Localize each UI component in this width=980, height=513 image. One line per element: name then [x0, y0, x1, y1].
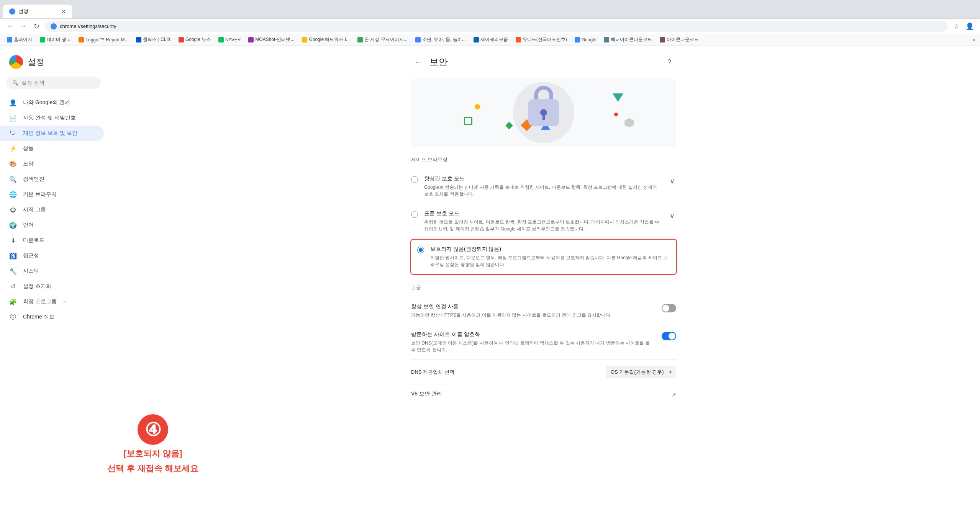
sidebar-item-label: 나와 Google의 관계 — [23, 99, 70, 106]
bookmark-clix[interactable]: 클릭스 | CLIX — [134, 36, 173, 44]
sidebar-item-startup[interactable]: ⏻ 시작 그룹 — [0, 202, 104, 217]
bookmark-moashot[interactable]: MOAShot-인터넷... — [246, 36, 297, 44]
dns-encryption-desc: 보안 DNS(도메인 이름 시스템)를 사용하여 내 인터넷 트래픽에 액세스할… — [411, 340, 652, 353]
bookmark-google[interactable]: Google — [572, 36, 599, 43]
bookmark-label: 벡터아이콘다운로드 — [611, 36, 652, 43]
standard-expand-button[interactable]: ∨ — [668, 210, 676, 222]
bookmark-naver[interactable]: NAVER — [216, 36, 243, 43]
refresh-button[interactable]: ↻ — [31, 21, 42, 32]
sidebar-item-extensions[interactable]: 🧩 확장 프로그램 ↗ — [0, 294, 104, 309]
https-toggle-content: 항상 보안 연결 사용 가능하면 항상 HTTPS를 사용하고 이를 지원하지 … — [411, 303, 652, 319]
bookmark-label: 아이콘다운로드 — [667, 36, 699, 43]
sidebar-item-accessibility[interactable]: ♿ 접근성 — [0, 248, 104, 263]
https-toggle-title: 항상 보안 연결 사용 — [411, 303, 652, 310]
forward-button[interactable]: → — [18, 21, 29, 32]
bookmark-logger[interactable]: Logger™ Report M... — [76, 36, 131, 43]
tab-close-button[interactable]: ✕ — [61, 8, 66, 15]
sidebar-item-reset[interactable]: ↺ 설정 초기화 — [0, 279, 104, 294]
v8-external-link-icon[interactable]: ↗ — [672, 392, 676, 398]
bookmark-unid[interactable]: 유니드(전국대표번호) — [513, 36, 569, 44]
sidebar-item-google-account[interactable]: 👤 나와 Google의 관계 — [0, 95, 104, 110]
sidebar-item-label: Chrome 정보 — [23, 314, 54, 320]
standard-protection-option: 표준 보호 모드 위험한 것으로 알려진 사이트, 다운로드 항목, 확장 프로… — [411, 204, 676, 239]
no-protection-option: 보호되지 않음(권장되지 않음) 위험한 웹사이트, 다운로드 항목, 확장 프… — [410, 239, 677, 275]
bookmark-naver-ad[interactable]: 네이버 광고 — [38, 36, 73, 44]
bookmark-icon — [179, 37, 184, 42]
bookmark-label: 홈페이지 — [14, 36, 32, 43]
page-title: 보안 — [429, 56, 448, 68]
bookmark-google-ads[interactable]: Google 애드워즈 I... — [300, 36, 352, 44]
bookmark-google-news[interactable]: Google 뉴스 — [176, 36, 213, 44]
https-toggle-switch[interactable] — [662, 304, 676, 312]
bookmarks-more[interactable]: » — [973, 37, 975, 42]
sidebar-item-downloads[interactable]: ⬇ 다운로드 — [0, 233, 104, 248]
enhanced-radio-input[interactable] — [411, 176, 418, 183]
bookmark-free-img[interactable]: 온 세상 무료이미지... — [355, 36, 410, 44]
sidebar-item-language[interactable]: 🌍 언어 — [0, 217, 104, 233]
https-toggle-desc: 가능하면 항상 HTTPS를 사용하고 이를 지원하지 않는 사이트를 로드하기… — [411, 312, 652, 319]
content-panel: ← 보안 ? — [402, 46, 685, 414]
palette-icon: 🎨 — [9, 160, 17, 168]
enhanced-protection-option: 향상된 보호 모드 Google로 전송되는 인터넷 사용 기록을 토대로 위험… — [411, 169, 676, 204]
bookmark-icon — [248, 37, 254, 42]
settings-search-bar[interactable]: 🔍 — [6, 77, 101, 89]
enhanced-expand-button[interactable]: ∨ — [668, 175, 676, 187]
address-text: chrome://settings/security — [60, 23, 116, 29]
yellow-dot-shape — [475, 104, 480, 109]
bookmark-label: Google 애드워즈 I... — [309, 36, 350, 43]
bookmark-homepage[interactable]: 홈페이지 — [5, 36, 34, 44]
lock-keyhole — [540, 109, 547, 116]
active-tab[interactable]: 설정 ✕ — [3, 5, 72, 18]
bookmark-icon — [218, 37, 224, 42]
browser-icon: 🌐 — [9, 191, 17, 198]
bookmark-button[interactable]: ☆ — [951, 21, 962, 32]
bookmark-jquery[interactable]: 제이쿼리모음 — [471, 36, 510, 44]
sidebar-item-privacy[interactable]: 🛡 개인 정보 보호 및 보안 — [0, 126, 104, 141]
sidebar-item-autofill[interactable]: 📄 자동 완성 및 비밀번호 — [0, 110, 104, 126]
standard-option-desc: 위험한 것으로 알려진 사이트, 다운로드 항목, 확장 프로그램으로부터 보호… — [424, 219, 662, 232]
bookmark-label: 유니드(전국대표번호) — [523, 36, 567, 43]
bookmark-kids[interactable]: 소년, 유아, 물, 놀이... — [413, 36, 468, 44]
standard-radio-input[interactable] — [411, 211, 418, 218]
address-favicon — [51, 23, 57, 29]
profile-button[interactable]: 👤 — [964, 21, 975, 32]
sidebar-item-about-chrome[interactable]: ⓒ Chrome 정보 — [0, 309, 104, 325]
dns-encryption-toggle-switch[interactable] — [662, 332, 676, 340]
advanced-label: 고급 — [411, 284, 676, 291]
bookmark-label: 네이버 광고 — [47, 36, 71, 43]
sidebar-item-label: 다운로드 — [23, 237, 44, 244]
no-protection-radio-input[interactable] — [417, 247, 424, 253]
bookmark-label: MOAShot-인터넷... — [255, 36, 294, 43]
sidebar-item-system[interactable]: 🔧 시스템 — [0, 263, 104, 279]
tab-favicon — [9, 8, 15, 15]
sidebar-item-default-browser[interactable]: 🌐 기본 브라우저 — [0, 187, 104, 202]
lock-illustration — [528, 99, 559, 126]
address-bar[interactable]: chrome://settings/security — [45, 21, 948, 32]
security-header: ← 보안 ? — [411, 55, 676, 69]
dns-select-wrapper: OS 기본값(가능한 경우) — [606, 366, 676, 378]
bookmark-vector-icons[interactable]: 벡터아이콘다운로드 — [601, 36, 654, 44]
sidebar-item-search-engine[interactable]: 🔍 검색엔진 — [0, 172, 104, 187]
settings-search-input[interactable] — [21, 80, 95, 86]
standard-option-content: 표준 보호 모드 위험한 것으로 알려진 사이트, 다운로드 항목, 확장 프로… — [424, 210, 662, 232]
back-button[interactable]: ← — [5, 21, 16, 32]
sidebar-item-performance[interactable]: ⚡ 성능 — [0, 141, 104, 156]
back-button[interactable]: ← — [411, 55, 425, 69]
sidebar-item-appearance[interactable]: 🎨 모양 — [0, 156, 104, 172]
bookmark-icon-download[interactable]: 아이콘다운로드 — [657, 36, 701, 44]
browser-chrome: 설정 ✕ ← → ↻ chrome://settings/security ☆ … — [0, 0, 980, 46]
sidebar-item-label: 접근성 — [23, 252, 39, 259]
sidebar-title: 설정 — [28, 56, 44, 68]
dns-provider-row: DNS 제공업체 선택 OS 기본값(가능한 경우) — [411, 360, 676, 384]
dns-provider-select[interactable]: OS 기본값(가능한 경우) — [606, 366, 676, 378]
download-icon: ⬇ — [9, 237, 17, 244]
wrench-icon: 🔧 — [9, 267, 17, 275]
dns-encryption-content: 방문하는 사이트 이름 암호화 보안 DNS(도메인 이름 시스템)를 사용하여… — [411, 331, 652, 353]
person-icon: 👤 — [9, 99, 17, 106]
no-protection-option-content: 보호되지 않음(권장되지 않음) 위험한 웹사이트, 다운로드 항목, 확장 프… — [430, 246, 670, 268]
sidebar-item-label: 설정 초기화 — [23, 283, 51, 290]
sidebar: 설정 🔍 👤 나와 Google의 관계 📄 자동 완성 및 비밀번호 🛡 개인… — [0, 46, 107, 513]
bookmark-label: 소년, 유아, 물, 놀이... — [422, 36, 466, 43]
bookmark-label: 제이쿼리모음 — [480, 36, 508, 43]
help-button[interactable]: ? — [662, 55, 676, 69]
